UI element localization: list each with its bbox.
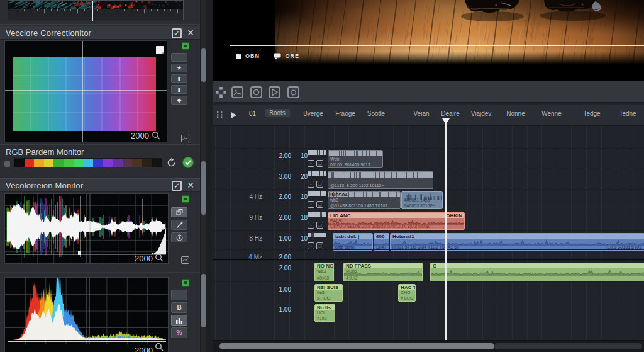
mini-clip-strip xyxy=(308,233,326,237)
info-icon xyxy=(176,234,183,241)
timeline-ruler[interactable]: 01 BootsBvergeFraogeSootleVeianDealreVia… xyxy=(213,105,644,126)
ruler-label[interactable]: Dealre xyxy=(441,110,459,117)
timeline-clip[interactable]: @1133: 8 200 1152 10112~ xyxy=(328,171,433,189)
move-tool-icon[interactable] xyxy=(216,87,226,98)
timeline-clip[interactable]: NSI SUIStfe3s.HUt3 xyxy=(314,284,343,302)
track-volume-label: 2.00 xyxy=(266,193,291,200)
clip-source-button[interactable]: ❏ xyxy=(316,201,323,208)
sidebar-scrollbar[interactable] xyxy=(201,0,206,352)
clip-source-button[interactable]: ❏ xyxy=(316,222,323,229)
timeline-clip[interactable]: No ItsUCt#1It2 xyxy=(314,304,335,322)
rgb-parade-swatches[interactable] xyxy=(14,158,162,167)
image-tool-button[interactable] xyxy=(231,86,243,98)
timeline-clip[interactable]: ND FPASSM0n54:tU/2 xyxy=(343,263,423,281)
tool-pen-button[interactable] xyxy=(171,220,187,230)
tool-bold-button[interactable]: B xyxy=(171,302,187,313)
ruler-label[interactable]: Bverge xyxy=(303,110,323,117)
playhead-marker[interactable] xyxy=(442,118,450,124)
grip-icon[interactable] xyxy=(217,111,225,118)
ruler-label[interactable]: Tedge xyxy=(583,110,600,117)
clip-fx-button[interactable]: ▫ xyxy=(308,160,314,167)
magnifier-icon[interactable] xyxy=(155,343,164,351)
video-viewer[interactable]: OBN ORE xyxy=(213,0,644,82)
play-tool-button[interactable] xyxy=(269,86,280,98)
clip-control-block[interactable]: ▫❏ xyxy=(308,171,326,189)
timeline-hscrollbar[interactable] xyxy=(213,340,644,352)
status-badge[interactable] xyxy=(182,279,189,287)
play-marker-icon[interactable] xyxy=(230,111,237,119)
tool-percent-button[interactable]: % xyxy=(171,327,187,338)
camera-tool-button[interactable] xyxy=(287,86,299,98)
clip-source-button[interactable]: ❏ xyxy=(316,242,323,249)
hscrollbar-thumb[interactable] xyxy=(219,343,494,349)
timeline-tracks-area[interactable]: 2.0010▫❏Wob:01100. 801400 90133.0020▫❏@1… xyxy=(213,126,644,340)
tool-blank-button[interactable] xyxy=(171,53,187,62)
tool-star-button[interactable]: ★ xyxy=(171,64,187,72)
checkbox-icon[interactable]: ✓ xyxy=(172,181,182,191)
clip-meta-text: 1A0003 3010F~ xyxy=(404,203,435,208)
film-strip-playhead[interactable] xyxy=(92,1,93,21)
chat-label: ORE xyxy=(286,53,300,59)
color-gradient-field[interactable] xyxy=(13,57,156,131)
clip-fx-button[interactable]: ▫ xyxy=(308,181,314,188)
timeline-clip[interactable]: G xyxy=(430,263,644,281)
film-strip-preview[interactable] xyxy=(8,0,184,20)
tool-info-button[interactable] xyxy=(171,232,187,242)
status-badge[interactable] xyxy=(182,195,189,203)
ruler-label[interactable]: Wenne xyxy=(541,110,562,117)
chat-bubble-icon[interactable] xyxy=(274,53,282,60)
timeline-clip[interactable]: HAC T2CHO# 8Ut2 xyxy=(398,284,416,302)
track-frequency-label: 8 Hz xyxy=(237,235,262,242)
clip-control-block[interactable]: ▫❏ xyxy=(308,233,326,251)
ruler-label[interactable]: Boots xyxy=(265,109,290,117)
ruler-label[interactable]: Tedne xyxy=(619,110,636,117)
tool-bars-button[interactable] xyxy=(171,315,187,326)
scrollbar-thumb[interactable] xyxy=(201,274,206,327)
scrollbar-thumb[interactable] xyxy=(201,161,206,215)
ruler-label[interactable]: Viajdev xyxy=(471,110,492,117)
tool-blank-button[interactable] xyxy=(171,290,187,300)
tool-clipboard-button[interactable]: ▮ xyxy=(171,74,187,83)
refresh-icon[interactable] xyxy=(166,157,177,168)
clip-fx-button[interactable]: ▫ xyxy=(308,222,314,229)
ruler-label[interactable]: Veian xyxy=(413,110,429,117)
clip-fx-button[interactable]: ▫ xyxy=(308,242,314,249)
ruler-label[interactable]: Nonne xyxy=(506,110,525,117)
timeline-clip[interactable]: 600S047 xyxy=(374,233,389,251)
tool-clipboard2-button[interactable]: ▮ xyxy=(171,85,187,94)
close-icon[interactable]: ✕ xyxy=(186,28,196,38)
tool-diamond-button[interactable]: ◆ xyxy=(171,96,187,105)
playhead-line[interactable] xyxy=(445,121,447,340)
magnifier-icon[interactable] xyxy=(155,253,164,262)
timeline-clip[interactable]: Wob:01100. 801400 9013 xyxy=(328,150,383,168)
clip-title: Hotunat1 xyxy=(392,234,414,239)
note-page-icon[interactable] xyxy=(156,46,164,54)
close-icon[interactable]: ✕ xyxy=(186,180,196,190)
clip-waveform xyxy=(333,239,372,247)
checkbox-icon[interactable]: ✓ xyxy=(172,28,182,38)
confirm-check-button[interactable] xyxy=(182,157,194,168)
ruler-label[interactable]: Sootle xyxy=(367,110,385,117)
clip-control-block[interactable]: ▫❏ xyxy=(308,212,326,230)
timeline-clip[interactable]: NO NGWa3#8v08 xyxy=(314,263,334,281)
parade-dot-button[interactable] xyxy=(4,161,10,167)
scope-mode-icon[interactable] xyxy=(181,256,189,264)
timeline-clip[interactable]: Hotunat1RH81 5T1t8 SM4 T1B2 T5UA1 50TE0.… xyxy=(390,233,644,251)
scrollbar-thumb[interactable] xyxy=(201,48,206,82)
timeline-clip[interactable]: bxbt dol: |8tltz 58f6) xyxy=(333,233,373,251)
status-badge[interactable] xyxy=(182,42,189,50)
stop-icon[interactable] xyxy=(236,54,241,59)
clip-source-button[interactable]: ❏ xyxy=(316,181,323,188)
timeline-clip[interactable]: LIO ANCOHKINBAL9|OK#OO SEL0B 20.8 106(02… xyxy=(328,212,465,230)
ruler-label[interactable]: Fraoge xyxy=(335,110,355,117)
timeline-clip[interactable]: INSS04wb0@014S8 801100 1480 T0102. xyxy=(328,191,401,209)
clip-fx-button[interactable]: ▫ xyxy=(308,201,314,208)
tool-copy-button[interactable] xyxy=(171,207,187,217)
magnifier-icon[interactable] xyxy=(152,131,160,140)
scope-mode-icon[interactable] xyxy=(181,135,189,142)
clip-control-block[interactable]: ▫❏ xyxy=(308,150,326,168)
record-tool-button[interactable] xyxy=(250,86,262,98)
clip-source-button[interactable]: ❏ xyxy=(316,160,323,167)
clip-control-block[interactable]: ▫❏ xyxy=(308,191,326,209)
timeline-clip[interactable]: 4A00b1 145d1A0003 3010F~ xyxy=(401,191,443,209)
